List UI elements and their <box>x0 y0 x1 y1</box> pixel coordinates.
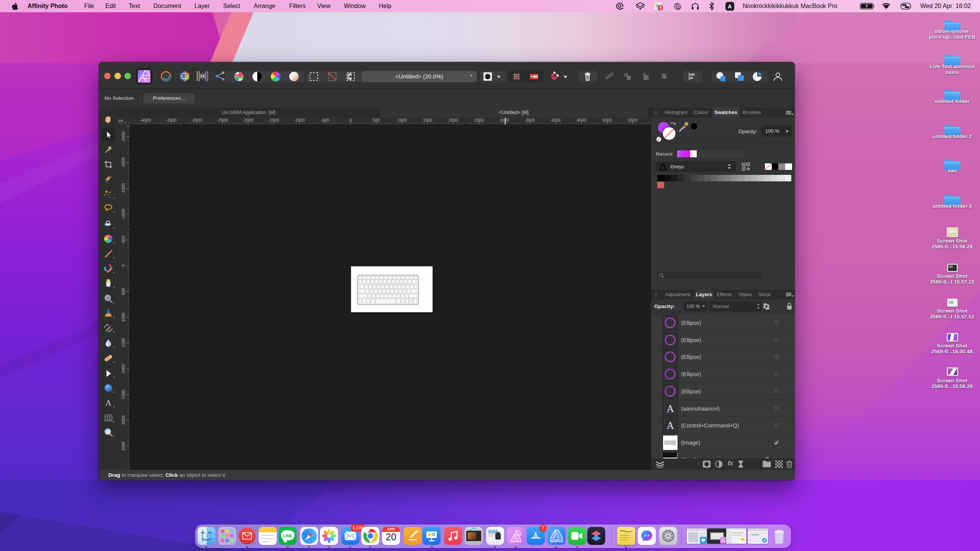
svg-text:A: A <box>105 398 111 408</box>
